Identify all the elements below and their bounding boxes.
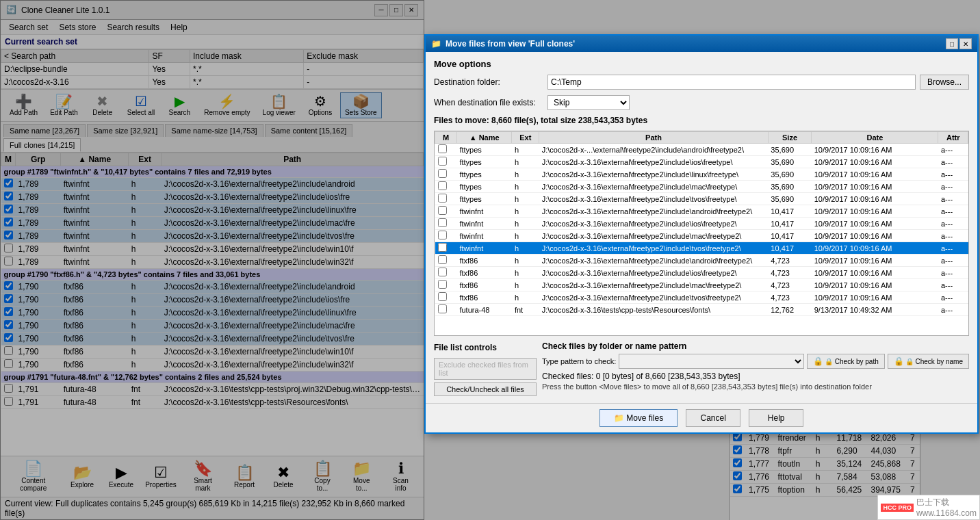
- ddate-cell: 10/9/2017 10:09:16 AM: [812, 156, 938, 168]
- lock-path-icon: 🔒: [813, 356, 823, 366]
- dattr-cell: a---: [938, 267, 968, 279]
- when-exists-label: When destination file exists:: [434, 98, 543, 107]
- dcol-ext[interactable]: Ext: [512, 132, 539, 144]
- dext-cell: h: [512, 279, 539, 291]
- list-item[interactable]: ftxf86 h J:\cocos2d-x-3.16\external\free…: [435, 291, 968, 304]
- controls-check-section: File list controls Exclude checked files…: [434, 341, 969, 396]
- ddate-cell: 10/9/2017 10:09:16 AM: [812, 218, 938, 230]
- check-by-name-button[interactable]: 🔒 🔒 Check by name: [888, 354, 969, 369]
- browse-button[interactable]: Browse...: [920, 75, 969, 90]
- list-item[interactable]: ftwinfnt h J:\cocos2d-x-3.16\external\fr…: [435, 205, 968, 218]
- dsize-cell: 35,690: [768, 144, 811, 156]
- destination-input[interactable]: [547, 75, 916, 90]
- dialog-title: Move files from view 'Full clones': [446, 39, 946, 49]
- check-by-path-button[interactable]: 🔒 🔒 Check by path: [807, 354, 885, 369]
- dext-cell: h: [512, 181, 539, 193]
- ddate-cell: 10/9/2017 10:09:16 AM: [812, 230, 938, 242]
- files-info: Files to move: 8,660 file(s), total size…: [434, 116, 969, 125]
- check-section-title: Check files by folder or name pattern: [542, 341, 969, 351]
- list-item[interactable]: fttypes h J:\cocos2d-x-3.16\external\fre…: [435, 181, 968, 193]
- dcol-size[interactable]: Size: [768, 132, 811, 144]
- check-section: Check files by folder or name pattern Ty…: [542, 341, 969, 396]
- ddate-cell: 10/9/2017 10:09:16 AM: [812, 242, 938, 255]
- dext-cell: h: [512, 156, 539, 168]
- dialog-icon: 📁: [431, 39, 441, 49]
- dialog-file-checkbox[interactable]: [438, 194, 447, 203]
- dialog-file-checkbox[interactable]: [438, 218, 447, 227]
- dialog-title-bar: 📁 Move files from view 'Full clones' □ ✕: [426, 36, 977, 52]
- dialog-buttons: 📁 Move files Cancel Help: [426, 403, 977, 432]
- list-item[interactable]: futura-48 fnt J:\cocos2d-x-3.16\tests\cp…: [435, 304, 968, 316]
- dcol-name[interactable]: ▲ Name: [456, 132, 511, 144]
- dialog-close-button[interactable]: ✕: [959, 38, 972, 49]
- dpath-cell: J:\cocos2d-x-3.16\external\freetype2\inc…: [539, 255, 769, 267]
- list-item[interactable]: fttypes h J:\cocos2d-x-...\external\free…: [435, 144, 968, 156]
- dsize-cell: 4,723: [768, 255, 811, 267]
- dialog-file-checkbox[interactable]: [438, 268, 447, 276]
- list-item[interactable]: ftxf86 h J:\cocos2d-x-3.16\external\free…: [435, 255, 968, 267]
- dname-cell: fttypes: [456, 193, 511, 205]
- pattern-select[interactable]: [619, 354, 804, 369]
- dialog-file-checkbox[interactable]: [438, 255, 447, 264]
- dpath-cell: J:\cocos2d-x-3.16\external\freetype2\inc…: [539, 193, 769, 205]
- dialog-file-checkbox[interactable]: [438, 280, 447, 289]
- list-item[interactable]: ftxf86 h J:\cocos2d-x-3.16\external\free…: [435, 267, 968, 279]
- dname-cell: ftxf86: [456, 279, 511, 291]
- dialog-file-checkbox[interactable]: [438, 144, 447, 153]
- dsize-cell: 35,690: [768, 156, 811, 168]
- dcol-attr[interactable]: Attr: [938, 132, 968, 144]
- move-files-button[interactable]: 📁 Move files: [599, 409, 678, 427]
- when-exists-select[interactable]: Skip Overwrite Rename: [547, 95, 630, 110]
- dsize-cell: 10,417: [768, 205, 811, 218]
- dattr-cell: a---: [938, 205, 968, 218]
- dialog-file-checkbox[interactable]: [438, 206, 447, 215]
- dialog-file-checkbox[interactable]: [438, 304, 447, 313]
- dattr-cell: a---: [938, 168, 968, 181]
- list-item[interactable]: ftxf86 h J:\cocos2d-x-3.16\external\free…: [435, 279, 968, 291]
- exclude-checked-button[interactable]: Exclude checked files from list: [434, 358, 537, 380]
- watermark-site: 巴士下载www.11684.com: [916, 497, 977, 518]
- dcol-path[interactable]: Path: [539, 132, 769, 144]
- dialog-file-list[interactable]: M ▲ Name Ext Path Size Date Attr fttypes…: [434, 131, 969, 336]
- ddate-cell: 10/9/2017 10:09:16 AM: [812, 193, 938, 205]
- dpath-cell: J:\cocos2d-x-3.16\external\freetype2\inc…: [539, 181, 769, 193]
- dname-cell: ftwinfnt: [456, 230, 511, 242]
- dpath-cell: J:\cocos2d-x-3.16\external\freetype2\inc…: [539, 168, 769, 181]
- list-item[interactable]: ftwinfnt h J:\cocos2d-x-3.16\external\fr…: [435, 242, 968, 255]
- dialog-file-checkbox[interactable]: [438, 243, 447, 252]
- dpath-cell: J:\cocos2d-x-3.16\external\freetype2\inc…: [539, 230, 769, 242]
- dsize-cell: 35,690: [768, 181, 811, 193]
- check-by-name-label: 🔒 Check by name: [905, 358, 963, 365]
- list-item[interactable]: ftwinfnt h J:\cocos2d-x-3.16\external\fr…: [435, 218, 968, 230]
- dext-cell: h: [512, 291, 539, 304]
- check-uncheck-all-button[interactable]: Check/Uncheck all files: [434, 382, 537, 396]
- dialog-maximize-button[interactable]: □: [946, 38, 958, 49]
- dname-cell: fttypes: [456, 156, 511, 168]
- dattr-cell: a---: [938, 181, 968, 193]
- dialog-file-checkbox[interactable]: [438, 169, 447, 178]
- list-item[interactable]: fttypes h J:\cocos2d-x-3.16\external\fre…: [435, 168, 968, 181]
- dname-cell: ftwinfnt: [456, 218, 511, 230]
- ddate-cell: 10/9/2017 10:09:16 AM: [812, 168, 938, 181]
- help-dialog-button[interactable]: Help: [749, 409, 803, 427]
- dext-cell: h: [512, 218, 539, 230]
- file-list-section: M ▲ Name Ext Path Size Date Attr fttypes…: [434, 131, 969, 336]
- dname-cell: ftwinfnt: [456, 242, 511, 255]
- dialog-file-checkbox[interactable]: [438, 231, 447, 239]
- dsize-cell: 10,417: [768, 242, 811, 255]
- dext-cell: h: [512, 230, 539, 242]
- list-item[interactable]: fttypes h J:\cocos2d-x-3.16\external\fre…: [435, 156, 968, 168]
- dialog-file-checkbox[interactable]: [438, 157, 447, 166]
- dcol-date[interactable]: Date: [812, 132, 938, 144]
- list-item[interactable]: ftwinfnt h J:\cocos2d-x-3.16\external\fr…: [435, 230, 968, 242]
- dattr-cell: a---: [938, 193, 968, 205]
- destination-row: Destination folder: Browse...: [434, 75, 969, 90]
- dialog-file-checkbox[interactable]: [438, 181, 447, 190]
- dsize-cell: 35,690: [768, 193, 811, 205]
- list-item[interactable]: fttypes h J:\cocos2d-x-3.16\external\fre…: [435, 193, 968, 205]
- dname-cell: futura-48: [456, 304, 511, 316]
- cancel-button[interactable]: Cancel: [686, 409, 740, 427]
- dialog-file-checkbox[interactable]: [438, 292, 447, 301]
- dcol-m[interactable]: M: [435, 132, 457, 144]
- destination-label: Destination folder:: [434, 77, 543, 87]
